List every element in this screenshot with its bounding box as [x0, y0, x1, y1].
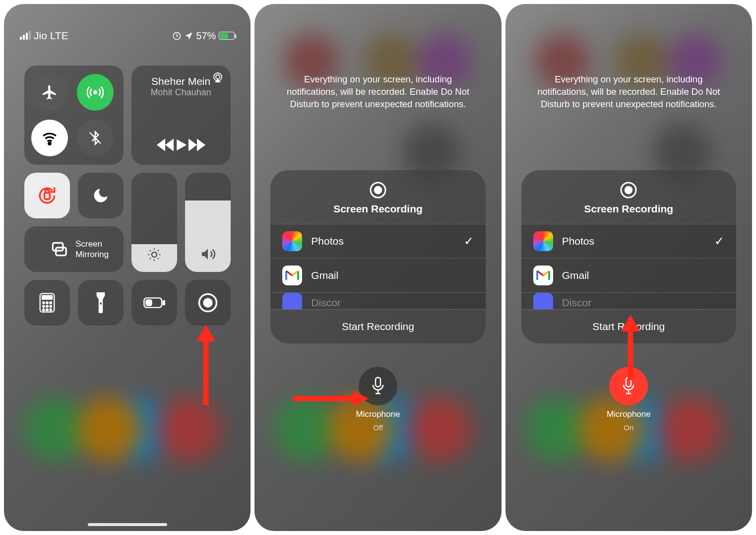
app-label: Gmail [311, 269, 338, 281]
airplay-icon[interactable] [212, 71, 224, 83]
svg-point-15 [43, 305, 45, 307]
svg-rect-23 [146, 300, 151, 306]
svg-point-17 [50, 305, 52, 307]
recording-notice: Everything on your screen, including not… [270, 73, 485, 111]
svg-point-28 [375, 187, 381, 194]
discord-app-icon [533, 293, 553, 309]
screen-mirroring-icon [50, 240, 68, 259]
check-icon: ✓ [714, 234, 724, 248]
svg-point-16 [46, 305, 48, 307]
cellular-icon [87, 84, 104, 101]
charging-icon: ⚡ [250, 4, 251, 12]
microphone-toggle-button[interactable] [359, 367, 397, 405]
svg-point-2 [48, 142, 51, 145]
airplane-mode-button[interactable] [31, 74, 68, 111]
start-recording-button[interactable]: Start Recording [521, 309, 736, 343]
screen-mirroring-button[interactable]: Screen Mirroring [24, 226, 124, 272]
media-title: Sheher Mein [151, 75, 211, 87]
brightness-icon [147, 247, 162, 262]
battery-percentage: 57% [196, 30, 216, 42]
next-track-button[interactable] [189, 138, 205, 151]
prev-track-button[interactable] [157, 138, 174, 151]
flashlight-icon [95, 292, 107, 313]
volume-icon [200, 246, 216, 262]
svg-point-5 [216, 75, 220, 79]
panel-mic-off: Everything on your screen, including not… [254, 4, 501, 531]
airplane-icon [41, 84, 58, 101]
svg-rect-6 [44, 193, 50, 200]
panel-control-center: Jio LTE 57% ⚡ [4, 4, 251, 531]
volume-slider[interactable] [185, 173, 231, 272]
moon-icon [92, 187, 110, 204]
connectivity-tile [24, 66, 124, 165]
record-icon [369, 181, 387, 199]
svg-rect-29 [376, 378, 380, 387]
screen-recording-sheet: Screen Recording Photos ✓ Gmail Discor S… [521, 170, 736, 343]
orientation-lock-icon [36, 185, 58, 206]
app-label: Discor [562, 297, 592, 309]
app-row-gmail[interactable]: Gmail [270, 258, 485, 292]
svg-point-18 [43, 309, 45, 311]
sheet-title: Screen Recording [270, 203, 485, 215]
svg-point-21 [99, 302, 101, 304]
low-power-mode-button[interactable] [131, 280, 177, 326]
photos-app-icon [533, 231, 553, 251]
location-icon [185, 32, 193, 40]
recording-notice: Everything on your screen, including not… [521, 73, 736, 111]
battery-icon [219, 32, 235, 40]
start-recording-label: Start Recording [592, 321, 665, 332]
battery-low-icon [143, 297, 165, 309]
orientation-lock-button[interactable] [24, 173, 70, 218]
start-recording-button[interactable]: Start Recording [270, 309, 485, 343]
carrier-label: Jio LTE [34, 30, 68, 42]
bluetooth-button[interactable] [77, 120, 114, 156]
wifi-button[interactable] [31, 120, 68, 156]
app-row-photos[interactable]: Photos ✓ [270, 224, 485, 258]
flashlight-button[interactable] [78, 280, 124, 326]
svg-point-14 [50, 302, 52, 304]
microphone-state: Off [373, 423, 383, 432]
calculator-icon [39, 293, 56, 313]
svg-point-20 [50, 309, 52, 311]
status-bar: Jio LTE 57% ⚡ [20, 4, 235, 44]
check-icon: ✓ [464, 234, 474, 248]
svg-rect-32 [626, 378, 631, 387]
app-row-partial[interactable]: Discor [521, 292, 736, 309]
app-row-partial[interactable]: Discor [270, 292, 485, 309]
app-label: Photos [562, 235, 594, 247]
svg-point-31 [626, 187, 632, 194]
screen-recording-sheet: Screen Recording Photos ✓ Gmail Discor S… [270, 170, 485, 343]
wifi-icon [41, 130, 58, 146]
app-row-photos[interactable]: Photos ✓ [521, 224, 736, 258]
panel-mic-on: Everything on your screen, including not… [505, 4, 752, 531]
microphone-toggle-button[interactable] [609, 367, 648, 405]
brightness-slider[interactable] [131, 173, 177, 272]
sync-icon [172, 31, 182, 41]
app-label: Discor [311, 297, 341, 309]
gmail-app-icon [282, 266, 302, 285]
svg-point-26 [204, 299, 212, 307]
photos-app-icon [282, 231, 302, 251]
svg-point-7 [152, 252, 157, 257]
home-indicator[interactable] [88, 523, 167, 526]
sheet-title: Screen Recording [521, 203, 736, 215]
record-icon [620, 181, 637, 199]
app-label: Gmail [562, 269, 589, 281]
media-artist: Mohit Chauhan [151, 87, 211, 98]
cellular-data-button[interactable] [77, 74, 114, 111]
do-not-disturb-button[interactable] [78, 173, 124, 218]
screen-record-button[interactable] [185, 280, 231, 326]
microphone-state: On [624, 423, 633, 432]
play-button[interactable] [174, 137, 189, 153]
signal-icon [20, 32, 31, 40]
gmail-app-icon [533, 266, 553, 285]
calculator-button[interactable] [24, 280, 70, 326]
bluetooth-off-icon [88, 131, 103, 145]
app-row-gmail[interactable]: Gmail [521, 258, 736, 292]
svg-point-1 [94, 91, 97, 94]
microphone-label: Microphone [607, 409, 651, 419]
microphone-icon [621, 377, 636, 396]
screen-mirroring-label: Screen Mirroring [75, 239, 109, 260]
start-recording-label: Start Recording [342, 321, 414, 332]
app-label: Photos [311, 235, 343, 247]
